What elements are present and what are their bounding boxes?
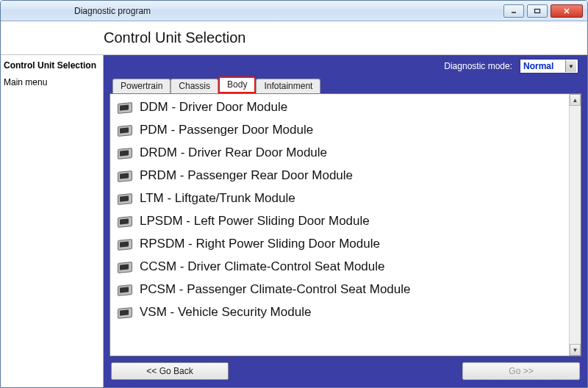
go-back-button[interactable]: << Go Back [111, 362, 229, 380]
svg-rect-1 [535, 9, 540, 12]
content-panel: Diagnostic mode: Normal ▼ Powertrain Cha… [104, 55, 587, 387]
window-title: Diagnostic program [74, 6, 151, 16]
page-header: Control Unit Selection [1, 21, 587, 55]
module-icon [116, 238, 132, 250]
tab-strip: Powertrain Chassis Body Infotainment [110, 77, 581, 93]
vertical-scrollbar[interactable]: ▲ ▼ [569, 94, 581, 356]
module-listbox: DDM - Driver Door Module PDM - Passenger… [110, 93, 581, 356]
tab-label: Chassis [179, 81, 210, 91]
sidebar-item-control-unit-selection[interactable]: Control Unit Selection [4, 60, 100, 72]
diagnostic-mode-value: Normal [523, 61, 553, 71]
module-icon [116, 170, 132, 182]
main-area: Control Unit Selection Main menu Diagnos… [1, 55, 587, 387]
tab-chassis[interactable]: Chassis [171, 79, 218, 93]
tab-powertrain[interactable]: Powertrain [112, 79, 171, 93]
list-item[interactable]: PDM - Passenger Door Module [110, 118, 569, 141]
tab-infotainment[interactable]: Infotainment [256, 79, 320, 93]
module-label: CCSM - Driver Climate-Control Seat Modul… [140, 259, 384, 274]
list-item[interactable]: VSM - Vehicle Security Module [110, 301, 569, 323]
close-icon [562, 7, 571, 15]
list-item[interactable]: RPSDM - Right Power Sliding Door Module [110, 232, 569, 255]
module-icon [116, 124, 132, 136]
module-icon [116, 193, 132, 204]
module-icon [116, 147, 132, 159]
module-list: DDM - Driver Door Module PDM - Passenger… [110, 94, 569, 356]
minimize-button[interactable] [503, 4, 524, 18]
minimize-icon [510, 8, 517, 14]
list-item[interactable]: DRDM - Driver Rear Door Module [110, 141, 569, 164]
app-window: Diagnostic program Control Unit Selectio… [0, 0, 588, 388]
page-title: Control Unit Selection [104, 29, 245, 46]
module-label: DDM - Driver Door Module [140, 100, 287, 115]
tab-label: Infotainment [264, 81, 312, 91]
button-label: Go >> [509, 366, 533, 376]
chevron-down-icon: ▼ [565, 60, 576, 72]
list-item[interactable]: LPSDM - Left Power Sliding Door Module [110, 209, 569, 232]
scroll-up-icon[interactable]: ▲ [570, 94, 581, 106]
list-item[interactable]: PCSM - Passenger Climate-Control Seat Mo… [110, 278, 569, 301]
module-label: PCSM - Passenger Climate-Control Seat Mo… [140, 282, 410, 297]
scroll-down-icon[interactable]: ▼ [570, 344, 581, 356]
diagnostic-mode-row: Diagnostic mode: Normal ▼ [110, 55, 581, 77]
module-label: VSM - Vehicle Security Module [140, 305, 311, 320]
module-icon [116, 261, 132, 273]
module-icon [116, 215, 132, 227]
module-label: LTM - Liftgate/Trunk Module [140, 191, 295, 206]
module-label: LPSDM - Left Power Sliding Door Module [140, 214, 370, 229]
go-button[interactable]: Go >> [462, 362, 580, 380]
button-label: << Go Back [146, 366, 193, 376]
list-item[interactable]: DDM - Driver Door Module [110, 96, 569, 118]
module-icon [116, 284, 132, 295]
sidebar-item-main-menu[interactable]: Main menu [4, 76, 100, 89]
diagnostic-mode-select[interactable]: Normal ▼ [520, 59, 578, 73]
diagnostic-mode-label: Diagnostic mode: [444, 61, 512, 71]
titlebar: Diagnostic program [1, 1, 587, 21]
tab-label: Powertrain [121, 81, 162, 91]
list-item[interactable]: PRDM - Passenger Rear Door Module [110, 164, 569, 187]
module-label: PDM - Passenger Door Module [140, 123, 313, 137]
button-row: << Go Back Go >> [110, 356, 581, 381]
sidebar-item-label: Control Unit Selection [4, 60, 96, 71]
module-label: PRDM - Passenger Rear Door Module [140, 168, 353, 183]
tab-body[interactable]: Body [218, 76, 256, 93]
window-controls [503, 4, 583, 18]
sidebar: Control Unit Selection Main menu [1, 55, 104, 387]
module-label: RPSDM - Right Power Sliding Door Module [140, 237, 380, 251]
tab-label: Body [227, 79, 247, 90]
close-button[interactable] [551, 4, 583, 18]
module-icon [116, 306, 132, 318]
module-icon [116, 101, 132, 113]
maximize-button[interactable] [527, 4, 548, 18]
list-item[interactable]: LTM - Liftgate/Trunk Module [110, 187, 569, 209]
module-label: DRDM - Driver Rear Door Module [140, 146, 327, 160]
maximize-icon [534, 8, 541, 14]
list-item[interactable]: CCSM - Driver Climate-Control Seat Modul… [110, 255, 569, 278]
sidebar-item-label: Main menu [4, 77, 47, 87]
